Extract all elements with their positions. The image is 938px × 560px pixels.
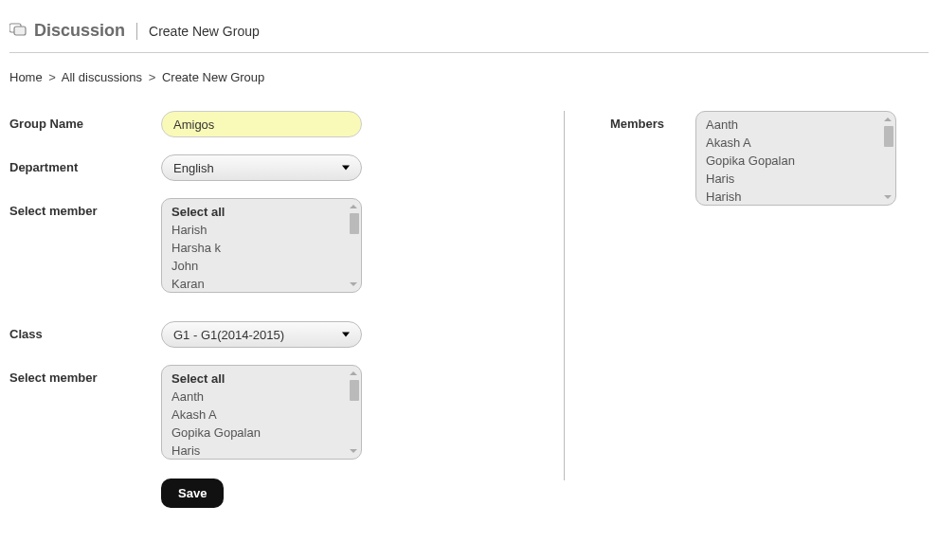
members-row: Members Aanth Akash A Gopika Gopalan Har… [610, 111, 906, 206]
scrollbar[interactable] [348, 201, 359, 290]
list-item[interactable]: Aanth [171, 388, 348, 406]
chevron-down-icon [342, 166, 350, 171]
scroll-down-icon[interactable] [348, 445, 359, 457]
scrollbar[interactable] [348, 368, 359, 457]
list-item[interactable]: Karan [171, 275, 348, 293]
breadcrumb-sep: > [48, 70, 56, 84]
header-rule [9, 52, 929, 53]
list-item[interactable]: John [171, 257, 348, 275]
class-member-row: Select member Select all Aanth Akash A G… [9, 365, 564, 460]
dept-member-list[interactable]: Select all Harish Harsha k John Karan [161, 198, 362, 293]
breadcrumb-home[interactable]: Home [9, 70, 43, 84]
svg-rect-1 [14, 27, 26, 35]
list-item[interactable]: Harsha k [171, 239, 348, 257]
discussion-icon [9, 23, 27, 39]
group-name-label: Group Name [9, 111, 161, 131]
scroll-thumb[interactable] [350, 380, 359, 401]
breadcrumb: Home > All discussions > Create New Grou… [0, 70, 938, 111]
save-row: Save [161, 479, 564, 508]
list-item[interactable]: Harish [171, 221, 348, 239]
select-all-option[interactable]: Select all [171, 370, 348, 388]
list-item[interactable]: Gopika Gopalan [171, 424, 348, 442]
left-column: Group Name Department English Select mem… [9, 111, 564, 508]
breadcrumb-all-discussions[interactable]: All discussions [62, 70, 142, 84]
scroll-up-icon[interactable] [348, 368, 359, 379]
scroll-thumb[interactable] [884, 126, 893, 147]
list-item[interactable]: Aanth [706, 116, 882, 134]
right-column: Members Aanth Akash A Gopika Gopalan Har… [565, 111, 906, 508]
department-label: Department [9, 154, 161, 174]
list-item[interactable]: Harish [706, 188, 882, 206]
members-label: Members [610, 111, 695, 131]
department-value: English [173, 161, 214, 175]
class-select[interactable]: G1 - G1(2014-2015) [161, 321, 362, 348]
group-name-input[interactable] [161, 111, 362, 137]
list-item[interactable]: Gopika Gopalan [706, 152, 882, 170]
class-value: G1 - G1(2014-2015) [173, 328, 284, 342]
group-name-row: Group Name [9, 111, 564, 137]
page-title: Discussion [34, 21, 125, 41]
save-button[interactable]: Save [161, 479, 224, 508]
breadcrumb-current: Create New Group [162, 70, 264, 84]
scroll-down-icon[interactable] [348, 279, 359, 290]
header-divider [136, 23, 137, 40]
list-item[interactable]: Haris [706, 170, 882, 188]
main-content: Group Name Department English Select mem… [0, 111, 938, 508]
scrollbar[interactable] [882, 114, 893, 203]
select-member-label-2: Select member [9, 365, 161, 385]
class-member-list[interactable]: Select all Aanth Akash A Gopika Gopalan … [161, 365, 362, 460]
page-header: Discussion Create New Group [0, 0, 938, 52]
select-member-label-1: Select member [9, 198, 161, 218]
scroll-up-icon[interactable] [348, 201, 359, 212]
scroll-down-icon[interactable] [882, 191, 893, 203]
dept-member-row: Select member Select all Harish Harsha k… [9, 198, 564, 293]
class-label: Class [9, 321, 161, 341]
class-row: Class G1 - G1(2014-2015) [9, 321, 564, 348]
breadcrumb-sep: > [149, 70, 156, 84]
members-list[interactable]: Aanth Akash A Gopika Gopalan Haris Haris… [695, 111, 896, 206]
select-all-option[interactable]: Select all [171, 203, 348, 221]
department-row: Department English [9, 154, 564, 181]
scroll-thumb[interactable] [350, 213, 359, 234]
department-select[interactable]: English [161, 154, 362, 181]
page-subtitle: Create New Group [149, 24, 260, 39]
chevron-down-icon [342, 333, 350, 337]
scroll-up-icon[interactable] [882, 114, 893, 125]
list-item[interactable]: Akash A [171, 406, 348, 424]
list-item[interactable]: Akash A [706, 134, 882, 152]
list-item[interactable]: Haris [171, 442, 348, 460]
